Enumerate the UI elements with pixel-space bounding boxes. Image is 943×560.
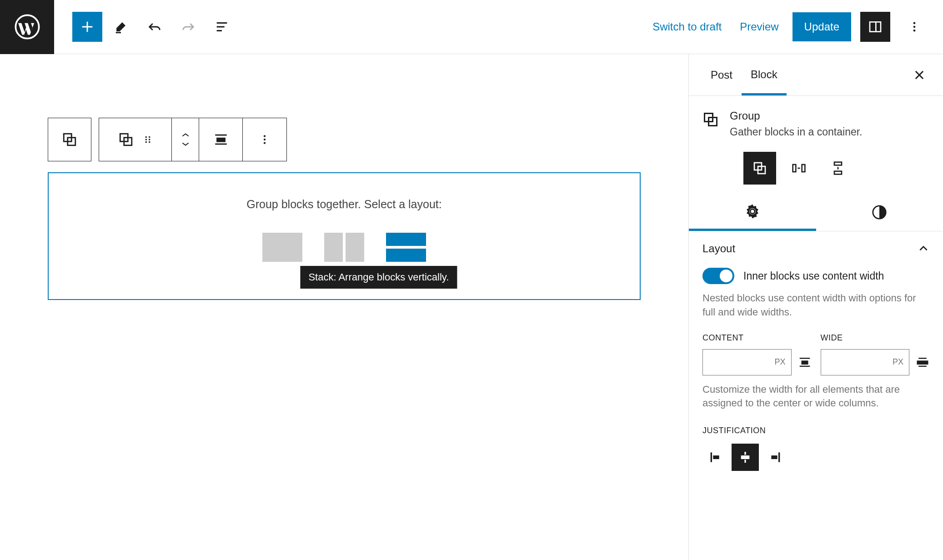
tab-post[interactable]: Post (702, 55, 742, 95)
tab-block[interactable]: Block (742, 55, 787, 95)
drag-handle-icon (143, 135, 153, 145)
svg-rect-46 (771, 455, 777, 459)
group-icon (702, 111, 719, 128)
undo-icon (147, 19, 162, 35)
add-block-button[interactable] (72, 12, 102, 42)
redo-button[interactable] (173, 12, 203, 42)
sidebar-panel-icon (868, 20, 883, 34)
edit-tool-button[interactable] (106, 12, 136, 42)
justify-left-button[interactable] (702, 444, 730, 471)
layout-option-row[interactable] (324, 233, 364, 262)
align-icon (213, 132, 229, 147)
switch-to-draft-link[interactable]: Switch to draft (648, 17, 726, 37)
styles-icon (872, 205, 887, 220)
group-icon (752, 161, 767, 175)
settings-sidebar: Post Block Group Gather blocks in a cont… (688, 54, 943, 560)
layout-option-group[interactable] (262, 233, 302, 262)
block-description: Gather blocks in a container. (730, 126, 863, 138)
kebab-icon (908, 20, 921, 33)
content-width-help: Nested blocks use content width with opt… (702, 291, 929, 320)
layout-panel: Layout Inner blocks use content width Ne… (689, 231, 943, 485)
block-align-button[interactable] (199, 118, 243, 161)
justify-right-icon (767, 450, 782, 465)
svg-rect-31 (834, 171, 842, 175)
svg-point-11 (145, 136, 147, 138)
update-button[interactable]: Update (793, 12, 851, 41)
wide-width-label: WIDE (821, 333, 930, 343)
inspector-tab-styles[interactable] (816, 194, 943, 231)
justify-left-icon (709, 450, 723, 465)
undo-button[interactable] (140, 12, 170, 42)
block-toolbar (48, 118, 641, 161)
close-sidebar-button[interactable] (908, 64, 930, 86)
chevron-down-icon (181, 141, 190, 147)
svg-point-16 (148, 141, 150, 143)
inspector-tab-settings[interactable] (689, 194, 816, 231)
topbar-right-actions: Switch to draft Preview Update (648, 12, 943, 42)
block-title: Group (730, 110, 863, 122)
stack-icon (831, 161, 845, 175)
settings-sidebar-toggle[interactable] (860, 12, 890, 42)
group-block-placeholder: Group blocks together. Select a layout: … (48, 172, 641, 300)
svg-point-21 (264, 139, 266, 140)
content-width-toggle[interactable] (702, 268, 734, 284)
svg-point-20 (264, 135, 266, 137)
svg-rect-30 (834, 162, 842, 165)
block-more-options[interactable] (243, 118, 286, 161)
content-width-icon (798, 355, 812, 369)
wordpress-logo-button[interactable] (0, 0, 54, 54)
sidebar-tabs: Post Block (689, 54, 943, 96)
svg-rect-36 (801, 360, 808, 365)
inspector-tabs (689, 194, 943, 231)
layout-title: Layout (702, 242, 735, 255)
justify-center-icon (738, 450, 752, 465)
justification-label: JUSTIFICATION (702, 426, 929, 435)
justify-right-button[interactable] (761, 444, 788, 471)
svg-point-14 (148, 139, 150, 140)
layout-option-stack[interactable] (386, 233, 426, 262)
content-width-label: CONTENT (702, 333, 812, 343)
editor-canvas: Group blocks together. Select a layout: … (0, 54, 688, 560)
justification-buttons (702, 444, 929, 471)
block-info-header: Group Gather blocks in a container. (689, 96, 943, 143)
svg-point-6 (913, 30, 916, 32)
content-width-input[interactable]: PX (702, 349, 792, 375)
layout-panel-toggle[interactable]: Layout (702, 242, 929, 255)
variation-stack[interactable] (822, 152, 854, 185)
redo-icon (181, 19, 196, 35)
wide-width-input[interactable]: PX (821, 349, 910, 375)
parent-block-selector[interactable] (48, 118, 91, 161)
block-mover[interactable] (172, 118, 199, 161)
chevron-up-icon (918, 243, 929, 255)
svg-rect-45 (741, 455, 750, 459)
svg-point-12 (148, 136, 150, 138)
list-outline-icon (214, 19, 230, 35)
svg-rect-28 (802, 165, 805, 172)
editor-topbar: Switch to draft Preview Update (0, 0, 943, 54)
chevron-up-icon (181, 132, 190, 138)
justify-center-button[interactable] (732, 444, 759, 471)
wordpress-icon (15, 14, 40, 40)
kebab-icon (259, 134, 271, 145)
svg-point-22 (264, 142, 266, 144)
group-icon (118, 132, 134, 147)
group-placeholder-prompt: Group blocks together. Select a layout: (58, 198, 631, 211)
gear-icon (745, 204, 760, 219)
content-width-toggle-label: Inner blocks use content width (743, 270, 884, 282)
group-icon (62, 132, 77, 147)
svg-point-5 (913, 26, 916, 28)
block-type-switcher[interactable] (99, 118, 172, 161)
document-outline-button[interactable] (207, 12, 237, 42)
svg-rect-39 (917, 360, 928, 365)
variation-group[interactable] (743, 152, 776, 185)
row-icon (792, 161, 806, 175)
tooltip: Stack: Arrange blocks vertically. (300, 266, 457, 289)
svg-point-13 (145, 139, 147, 140)
topbar-left-tools (54, 12, 237, 42)
block-variation-selector (689, 143, 943, 194)
svg-point-33 (750, 209, 755, 214)
more-options-button[interactable] (899, 12, 929, 42)
preview-link[interactable]: Preview (735, 17, 783, 37)
variation-row[interactable] (782, 152, 815, 185)
wide-width-icon (916, 355, 929, 369)
